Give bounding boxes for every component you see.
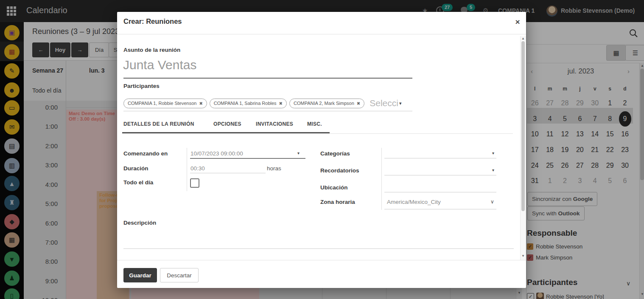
duration-label: Duración [123, 165, 148, 172]
modal-title: Crear: Reuniones [123, 17, 182, 25]
scroll-up-icon[interactable]: ▲ [521, 37, 525, 40]
location-label: Ubicación [320, 184, 348, 191]
tab-misc[interactable]: MISC. [307, 121, 322, 127]
app-screen: Calendario ★ 27 5 ⚙ COMPANIA 1 Robbie St… [0, 0, 644, 299]
allday-checkbox[interactable] [190, 178, 199, 188]
subject-label: Asunto de la reunión [123, 47, 180, 53]
participant-tag[interactable]: COMPANIA 2, Mark Simpson✖ [289, 99, 364, 108]
chevron-down-icon[interactable]: ∨ [490, 199, 494, 205]
start-datetime-input[interactable]: 10/07/2023 09:00:00 [190, 150, 243, 157]
participant-tag[interactable]: COMPANIA 1, Robbie Stevenson✖ [123, 99, 207, 108]
scroll-down-icon[interactable]: ▼ [521, 254, 525, 258]
description-input[interactable] [123, 248, 514, 249]
remove-tag-icon[interactable]: ✖ [279, 101, 283, 106]
reminders-input caret-down-icon[interactable]: ▾ [492, 168, 494, 172]
tab-invitations[interactable]: INVITACIONES [256, 121, 293, 127]
discard-button[interactable]: Descartar [160, 268, 199, 282]
start-label: Comenzando en [123, 150, 168, 157]
save-button[interactable]: Guardar [123, 268, 157, 282]
timezone-select[interactable]: America/Mexico_City [387, 199, 441, 205]
categories-input caret-down-icon[interactable]: ▾ [492, 151, 494, 155]
timezone-label: Zona horaria [320, 199, 355, 205]
description-label: Descripción [123, 220, 156, 226]
subject-input[interactable]: Junta Ventas [123, 58, 196, 72]
remove-tag-icon[interactable]: ✖ [357, 101, 360, 106]
participants-label: Participantes [123, 83, 160, 89]
tab-options[interactable]: OPCIONES [213, 121, 241, 127]
modal-scrollbar[interactable]: ▲ ▼ [520, 36, 526, 260]
categories-label: Categorías [320, 150, 350, 157]
duration-input[interactable]: 00:30 [190, 165, 205, 172]
remove-tag-icon[interactable]: ✖ [199, 101, 202, 106]
participants-select-placeholder[interactable]: Selecci [370, 98, 398, 108]
scrollbar-thumb[interactable] [521, 41, 525, 211]
participant-tag[interactable]: COMPANIA 1, Sabrina Robles✖ [210, 99, 287, 108]
location-input[interactable] [384, 192, 496, 192]
participants-input[interactable]: COMPANIA 1, Robbie Stevenson✖ COMPANIA 1… [123, 98, 401, 108]
duration-suffix: horas [267, 165, 281, 172]
tab-details[interactable]: DETALLES DE LA REUNIÓN [123, 121, 194, 127]
caret-down-icon[interactable]: ▾ [297, 151, 300, 155]
allday-label: Todo el día [123, 179, 153, 186]
close-icon[interactable]: × [512, 17, 523, 27]
reminders-label: Recordatorios [320, 167, 359, 174]
caret-down-icon[interactable]: ▾ [399, 101, 402, 106]
create-meeting-modal: Crear: Reuniones × Asunto de la reunión … [117, 12, 526, 288]
